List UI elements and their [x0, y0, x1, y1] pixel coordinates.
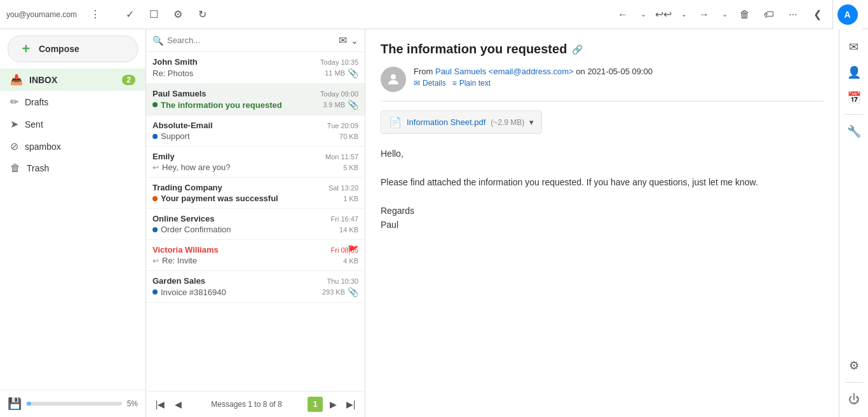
flag-icon: 🚩	[348, 245, 358, 255]
forward-dropdown-icon[interactable]: ⌄	[719, 6, 729, 23]
refresh-icon[interactable]: ↻	[193, 6, 211, 23]
mail-filter-icon[interactable]: ✉	[339, 34, 347, 46]
email-item[interactable]: Garden Sales Thu 10:30 Invoice #3816940 …	[146, 271, 365, 303]
from-row: From Paul Samuels <email@address.com> on…	[381, 67, 824, 92]
sidebar-item-spambox[interactable]: ⊘ spambox	[0, 135, 146, 157]
sidebar-item-inbox[interactable]: 📥 INBOX 2	[0, 69, 146, 91]
account-email: you@yourname.com	[6, 10, 83, 19]
rail-power-icon[interactable]: ⏻	[843, 388, 865, 411]
email-size: 70 KB	[339, 133, 358, 140]
email-subject: Support	[153, 131, 190, 141]
plain-text-button[interactable]: ≡ Plain text	[452, 79, 491, 88]
email-item[interactable]: Absolute-Email Tue 20:09 Support 70 KB	[146, 116, 365, 147]
from-details: From Paul Samuels <email@address.com> on…	[414, 67, 653, 88]
attachment-name[interactable]: Information Sheet.pdf	[407, 117, 485, 127]
trash-label: Trash	[27, 163, 49, 173]
storage-percent: 5%	[127, 399, 138, 408]
pagination: |◀ ◀ Messages 1 to 8 of 8 1 ▶ ▶|	[146, 391, 365, 417]
reply-button[interactable]: ←	[614, 6, 632, 23]
rail-mail-icon[interactable]: ✉	[843, 36, 865, 58]
chat-icon[interactable]: ☐	[145, 6, 163, 23]
drafts-icon: ✏	[10, 96, 18, 108]
sender-name-link[interactable]: Paul Samuels <email@address.com>	[435, 67, 576, 76]
first-page-button[interactable]: |◀	[153, 397, 168, 412]
email-item[interactable]: Paul Samuels Today 09:00 The information…	[146, 84, 365, 116]
compose-button[interactable]: + Compose	[8, 36, 138, 62]
email-item[interactable]: Trading Company Sat 13:20 Your payment w…	[146, 178, 365, 209]
current-page[interactable]: 1	[308, 397, 323, 412]
email-list: John Smith Today 10:35 Re: Photos 11 MB …	[146, 52, 365, 391]
sidebar-item-sent[interactable]: ➤ Sent	[0, 113, 146, 135]
rail-settings-icon[interactable]: ⚙	[843, 354, 865, 377]
storage-bar: 💾 5%	[0, 390, 146, 417]
sent-icon: ➤	[10, 118, 18, 130]
next-page-button[interactable]: ▶	[325, 397, 341, 412]
reply-all-button[interactable]: ↩↩	[654, 6, 672, 23]
rail-calendar-icon[interactable]: 📅	[843, 86, 865, 109]
attachment-size: (~2.9 MB)	[491, 118, 524, 127]
account-menu-icon[interactable]: ⋮	[86, 6, 104, 23]
email-date: Tue 20:09	[327, 122, 358, 129]
email-subject: Your payment was successful	[153, 194, 278, 203]
rail-tools-icon[interactable]: 🔧	[843, 120, 865, 143]
spambox-icon: ⊘	[10, 140, 18, 152]
email-size: 4 KB	[343, 257, 358, 265]
unread-dot	[153, 289, 158, 295]
email-item[interactable]: Online Services Fri 16:47 Order Confirma…	[146, 209, 365, 240]
sidebar-item-drafts[interactable]: ✏ Drafts	[0, 91, 146, 113]
reply-all-dropdown-icon[interactable]: ⌄	[679, 6, 689, 23]
sender-name: Trading Company	[153, 183, 222, 192]
pagination-summary: Messages 1 to 8 of 8	[188, 400, 305, 409]
more-button[interactable]: ···	[784, 6, 802, 23]
email-item[interactable]: Emily Mon 11:57 ↩ Hey, how are you? 5 KB	[146, 147, 365, 178]
attachment-icon: 📎	[348, 287, 358, 297]
storage-bar-bg	[27, 402, 122, 406]
divider	[381, 101, 824, 102]
email-item[interactable]: 🚩 Victoria Williams Fri 08:05 ↩ Re: Invi…	[146, 240, 365, 271]
open-external-icon[interactable]: 🔗	[572, 44, 583, 55]
check-mail-icon[interactable]: ✓	[121, 6, 139, 23]
email-subject: ↩ Hey, how are you?	[153, 162, 230, 172]
search-icon: 🔍	[153, 36, 163, 46]
body-line-1: Hello,	[381, 147, 824, 161]
forward-button[interactable]: →	[695, 6, 713, 23]
inbox-icon: 📥	[10, 74, 23, 86]
meta-row: ✉ Details ≡ Plain text	[414, 79, 653, 88]
attachment-icon: 📎	[348, 68, 358, 78]
subject-text: The information you requested	[381, 42, 567, 56]
body-line-4: Paul	[381, 218, 824, 232]
prev-page-button[interactable]: ◀	[170, 397, 186, 412]
email-size: 3.9 MB	[323, 101, 345, 109]
sender-name: Absolute-Email	[153, 121, 213, 130]
delete-button[interactable]: 🗑	[736, 6, 754, 23]
reply-dropdown-icon[interactable]: ⌄	[638, 6, 648, 23]
thunderbird-logo: A	[832, 0, 862, 29]
collapse-button[interactable]: ❮	[808, 6, 826, 23]
attachment-dropdown-icon[interactable]: ▾	[529, 117, 534, 127]
toolbar: you@yourname.com ⋮ ✓ ☐ ⚙ ↻ ← ⌄ ↩↩ ⌄ → ⌄ …	[0, 0, 868, 29]
search-bar: 🔍 ✉ ⌄	[146, 29, 365, 52]
sender-name: John Smith	[153, 57, 198, 67]
email-size: 14 KB	[339, 226, 358, 234]
spambox-label: spambox	[25, 142, 61, 152]
email-subject: The information you requested	[153, 100, 282, 110]
pdf-icon: 📄	[389, 116, 402, 128]
search-chevron-icon[interactable]: ⌄	[351, 36, 358, 46]
sender-name: Emily	[153, 152, 175, 161]
details-button[interactable]: ✉ Details	[414, 79, 446, 88]
rail-separator	[844, 114, 864, 115]
nav-sidebar: + Compose 📥 INBOX 2 ✏ Drafts ➤ Sent ⊘ sp…	[0, 29, 146, 417]
hdd-icon: 💾	[8, 397, 22, 411]
email-subject: Re: Photos	[153, 69, 193, 78]
email-item[interactable]: John Smith Today 10:35 Re: Photos 11 MB …	[146, 52, 365, 84]
rail-contacts-icon[interactable]: 👤	[843, 61, 865, 84]
rail-separator-2	[844, 382, 864, 383]
attachment-row: 📄 Information Sheet.pdf (~2.9 MB) ▾	[381, 110, 542, 134]
tag-button[interactable]: 🏷	[760, 6, 778, 23]
sidebar-item-trash[interactable]: 🗑 Trash	[0, 157, 146, 179]
search-input[interactable]	[167, 36, 335, 45]
settings-icon[interactable]: ⚙	[169, 6, 187, 23]
last-page-button[interactable]: ▶|	[343, 397, 358, 412]
account-section: you@yourname.com ⋮	[6, 6, 114, 23]
sender-name: Paul Samuels	[153, 89, 207, 98]
